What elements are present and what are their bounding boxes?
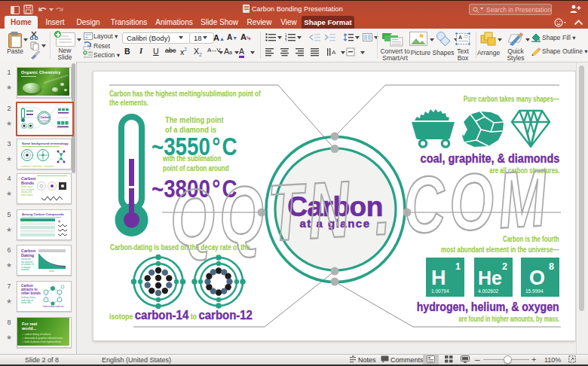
svg-text:3: 3 [285, 39, 287, 41]
svg-text:hydrocarbon molecule: hydrocarbon molecule [43, 305, 64, 307]
svg-text:8: 8 [549, 261, 554, 272]
svg-text:1: 1 [455, 261, 461, 272]
svg-text:15.9994: 15.9994 [525, 288, 544, 294]
svg-text:4.002602: 4.002602 [478, 288, 498, 294]
svg-text:A: A [332, 49, 336, 56]
svg-text:years: years [49, 270, 55, 272]
svg-text:H: H [431, 267, 446, 289]
svg-text:O: O [529, 267, 545, 289]
svg-text:4: 4 [58, 219, 60, 224]
svg-text:2: 2 [502, 261, 507, 272]
svg-text:He: He [478, 267, 502, 288]
svg-text:A: A [458, 35, 462, 40]
svg-text:Carbon: Carbon [41, 116, 51, 119]
svg-text:at a glance: at a glance [41, 120, 50, 122]
svg-text:1.00794: 1.00794 [431, 288, 449, 294]
